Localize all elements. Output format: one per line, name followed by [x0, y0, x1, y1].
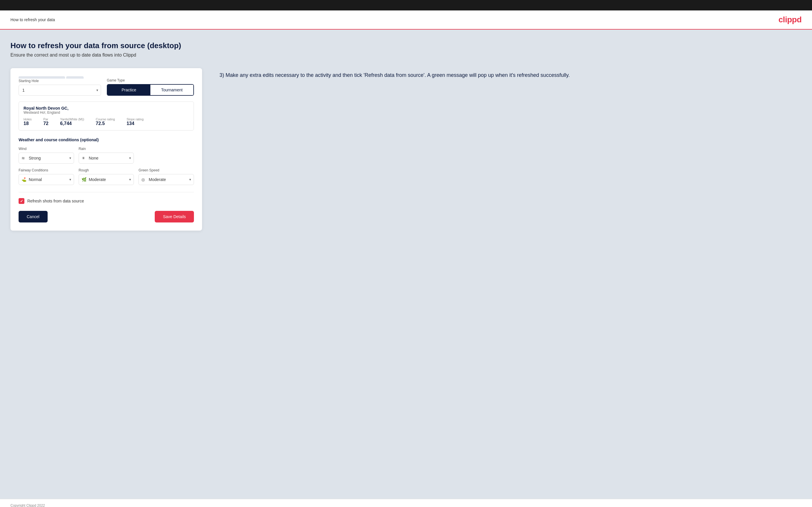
conditions-row-2: Fairway Conditions ⛳ Normal ▾ Rough 🌿: [18, 168, 194, 185]
main-content: How to refresh your data from source (de…: [0, 30, 812, 499]
checkbox-row[interactable]: Refresh shots from data source: [18, 198, 194, 204]
green-speed-label: Green Speed: [139, 168, 194, 172]
rain-select[interactable]: None: [79, 153, 134, 164]
rain-label: Rain: [79, 147, 134, 151]
footer-text: Copyright Clippd 2022: [10, 504, 45, 507]
stat-slope-rating: Slope rating 134: [126, 117, 144, 126]
wind-group: Wind ≋ Strong ▾: [18, 147, 74, 164]
holes-value: 18: [23, 121, 32, 126]
course-info-box: Royal North Devon GC, Westward Ho!, Engl…: [18, 102, 194, 130]
stat-course-rating: Course rating 72.5: [96, 117, 115, 126]
tournament-button[interactable]: Tournament: [150, 85, 193, 95]
game-type-label: Game Type: [107, 78, 194, 82]
par-label: Par: [43, 117, 48, 121]
practice-button[interactable]: Practice: [107, 85, 150, 95]
page-subheading: Ensure the correct and most up to date d…: [10, 53, 802, 58]
rough-group: Rough 🌿 Moderate ▾: [79, 168, 134, 185]
side-text: 3) Make any extra edits necessary to the…: [219, 71, 802, 79]
conditions-row-1: Wind ≋ Strong ▾ Rain ☀: [18, 147, 194, 164]
course-stats: Holes 18 Par 72 Yards(White (M)) 6,744 C…: [23, 117, 189, 126]
checkbox-label: Refresh shots from data source: [27, 199, 84, 203]
course-name: Royal North Devon GC,: [23, 106, 189, 111]
side-description: 3) Make any extra edits necessary to the…: [219, 68, 802, 79]
cancel-button[interactable]: Cancel: [18, 211, 48, 222]
conditions-title: Weather and course conditions (optional): [18, 137, 194, 142]
header: How to refresh your data clippd: [0, 10, 812, 30]
conditions-section: Weather and course conditions (optional)…: [18, 137, 194, 185]
footer: Copyright Clippd 2022: [0, 499, 812, 507]
starting-hole-select[interactable]: 1: [18, 85, 101, 96]
course-location: Westward Ho!, England: [23, 111, 189, 115]
stat-holes: Holes 18: [23, 117, 32, 126]
logo: clippd: [779, 15, 802, 24]
green-speed-select[interactable]: Moderate: [139, 174, 194, 185]
form-card: Starting Hole 1 ▾ Game Type Practice Tou…: [10, 68, 202, 231]
rough-label: Rough: [79, 168, 134, 172]
slope-rating-value: 134: [126, 121, 144, 126]
top-bar: [0, 0, 812, 10]
wind-label: Wind: [18, 147, 74, 151]
rough-select[interactable]: Moderate: [79, 174, 134, 185]
header-title: How to refresh your data: [10, 17, 55, 22]
fairway-select[interactable]: Normal: [18, 174, 74, 185]
form-row-top: Starting Hole 1 ▾ Game Type Practice Tou…: [18, 78, 194, 96]
wind-select[interactable]: Strong: [18, 153, 74, 164]
game-type-toggle: Practice Tournament: [107, 84, 194, 96]
button-row: Cancel Save Details: [18, 211, 194, 222]
slope-rating-label: Slope rating: [126, 117, 144, 121]
page-heading: How to refresh your data from source (de…: [10, 41, 802, 50]
fairway-group: Fairway Conditions ⛳ Normal ▾: [18, 168, 74, 185]
rain-group: Rain ☀ None ▾: [79, 147, 134, 164]
starting-hole-group: Starting Hole 1 ▾: [18, 79, 101, 96]
yards-value: 6,744: [60, 121, 84, 126]
par-value: 72: [43, 121, 48, 126]
yards-label: Yards(White (M)): [60, 117, 84, 121]
starting-hole-label: Starting Hole: [18, 79, 101, 83]
stat-par: Par 72: [43, 117, 48, 126]
stat-yards: Yards(White (M)) 6,744: [60, 117, 84, 126]
course-rating-label: Course rating: [96, 117, 115, 121]
content-area: Starting Hole 1 ▾ Game Type Practice Tou…: [10, 68, 802, 231]
refresh-checkbox[interactable]: [18, 198, 24, 204]
fairway-label: Fairway Conditions: [18, 168, 74, 172]
game-type-group: Game Type Practice Tournament: [107, 78, 194, 96]
save-button[interactable]: Save Details: [155, 211, 194, 222]
green-speed-group: Green Speed ◎ Moderate ▾: [139, 168, 194, 185]
holes-label: Holes: [23, 117, 32, 121]
course-rating-value: 72.5: [96, 121, 115, 126]
